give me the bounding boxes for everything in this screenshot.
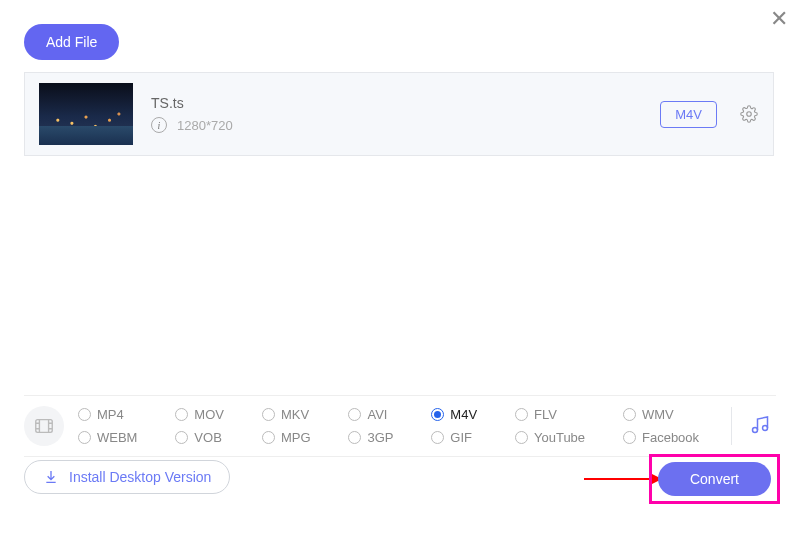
format-label: MOV	[194, 407, 224, 422]
radio-icon	[348, 431, 361, 444]
format-label: WEBM	[97, 430, 137, 445]
download-icon	[43, 469, 59, 485]
format-option-webm[interactable]: WEBM	[78, 430, 153, 445]
radio-icon	[623, 408, 636, 421]
format-option-mp4[interactable]: MP4	[78, 407, 153, 422]
radio-icon	[431, 408, 444, 421]
radio-icon	[623, 431, 636, 444]
svg-rect-1	[36, 420, 53, 433]
footer: Install Desktop Version Convert	[24, 460, 776, 494]
format-option-mpg[interactable]: MPG	[262, 430, 327, 445]
annotation-highlight: Convert	[649, 454, 780, 504]
radio-icon	[431, 431, 444, 444]
format-option-mkv[interactable]: MKV	[262, 407, 327, 422]
format-option-mov[interactable]: MOV	[175, 407, 240, 422]
radio-icon	[262, 408, 275, 421]
add-file-button[interactable]: Add File	[24, 24, 119, 60]
radio-icon	[348, 408, 361, 421]
format-label: MP4	[97, 407, 124, 422]
install-desktop-button[interactable]: Install Desktop Version	[24, 460, 230, 494]
info-icon[interactable]: i	[151, 117, 167, 133]
file-name: TS.ts	[151, 95, 642, 111]
format-label: FLV	[534, 407, 557, 422]
format-toolbar: MP4MOVMKVAVIM4VFLVWMVWEBMVOBMPG3GPGIFYou…	[24, 395, 776, 457]
audio-mode-icon[interactable]	[748, 412, 776, 440]
video-mode-icon[interactable]	[24, 406, 64, 446]
format-option-youtube[interactable]: YouTube	[515, 430, 601, 445]
radio-icon	[78, 431, 91, 444]
radio-icon	[78, 408, 91, 421]
format-label: 3GP	[367, 430, 393, 445]
format-label: M4V	[450, 407, 477, 422]
format-label: VOB	[194, 430, 221, 445]
radio-icon	[515, 408, 528, 421]
file-thumbnail	[39, 83, 133, 145]
close-button[interactable]: ✕	[770, 8, 788, 30]
format-label: YouTube	[534, 430, 585, 445]
format-label: MPG	[281, 430, 311, 445]
format-option-vob[interactable]: VOB	[175, 430, 240, 445]
radio-icon	[175, 431, 188, 444]
file-resolution: 1280*720	[177, 118, 233, 133]
radio-icon	[515, 431, 528, 444]
convert-button[interactable]: Convert	[658, 462, 771, 496]
format-label: Facebook	[642, 430, 699, 445]
svg-point-0	[747, 112, 752, 117]
file-meta: TS.ts i 1280*720	[151, 95, 642, 133]
format-option-wmv[interactable]: WMV	[623, 407, 715, 422]
format-label: MKV	[281, 407, 309, 422]
settings-icon[interactable]	[739, 104, 759, 124]
radio-icon	[262, 431, 275, 444]
format-label: AVI	[367, 407, 387, 422]
install-desktop-label: Install Desktop Version	[69, 469, 211, 485]
format-option-gif[interactable]: GIF	[431, 430, 493, 445]
radio-icon	[175, 408, 188, 421]
file-item: TS.ts i 1280*720 M4V	[24, 72, 774, 156]
format-label: WMV	[642, 407, 674, 422]
format-option-3gp[interactable]: 3GP	[348, 430, 409, 445]
format-option-avi[interactable]: AVI	[348, 407, 409, 422]
format-option-flv[interactable]: FLV	[515, 407, 601, 422]
format-option-m4v[interactable]: M4V	[431, 407, 493, 422]
divider	[731, 407, 732, 445]
format-option-facebook[interactable]: Facebook	[623, 430, 715, 445]
format-label: GIF	[450, 430, 472, 445]
target-format-chip[interactable]: M4V	[660, 101, 717, 128]
